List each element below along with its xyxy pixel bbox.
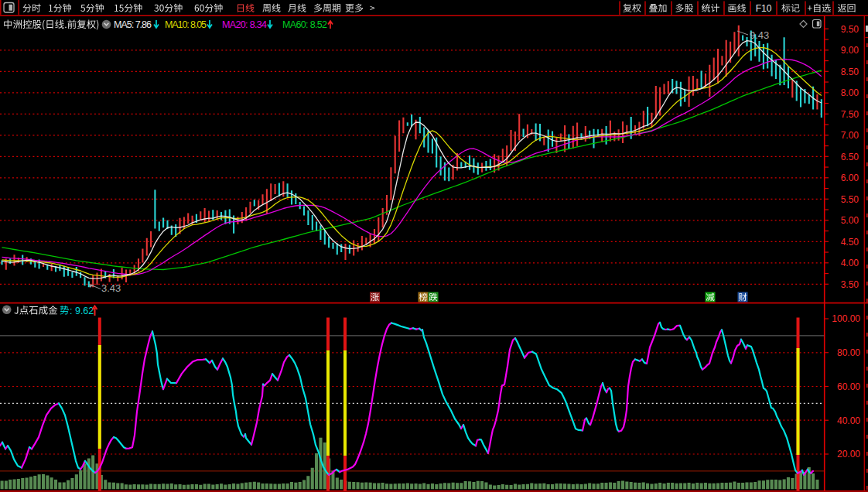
svg-text:9.43: 9.43	[750, 29, 769, 41]
svg-text:4.50: 4.50	[841, 237, 859, 248]
svg-text:7.50: 7.50	[841, 109, 859, 120]
svg-text:MA5: 7.86: MA5: 7.86	[114, 19, 152, 30]
svg-text:MA10: 8.05: MA10: 8.05	[165, 19, 207, 30]
svg-text:9.00: 9.00	[841, 45, 859, 56]
svg-text:5.00: 5.00	[841, 215, 859, 226]
svg-text:6.50: 6.50	[841, 152, 859, 162]
svg-text:9.50: 9.50	[841, 24, 859, 35]
svg-text:MA60: 8.52: MA60: 8.52	[282, 19, 327, 30]
svg-text:3.50: 3.50	[841, 279, 859, 290]
svg-text:20.00: 20.00	[837, 449, 860, 460]
svg-text:40.00: 40.00	[837, 415, 860, 426]
svg-text:: 9.62: : 9.62	[70, 306, 94, 316]
svg-text:8.00: 8.00	[841, 87, 859, 98]
svg-text:100.00: 100.00	[832, 313, 860, 324]
svg-text:7.00: 7.00	[841, 130, 859, 141]
svg-text:F10: F10	[756, 3, 772, 14]
svg-text:6.00: 6.00	[841, 173, 859, 183]
svg-text:80.00: 80.00	[837, 347, 860, 358]
svg-text:3.43: 3.43	[101, 282, 121, 294]
svg-text:4.00: 4.00	[841, 258, 859, 268]
svg-text:8.50: 8.50	[841, 67, 859, 77]
svg-text:MA20: 8.34: MA20: 8.34	[222, 19, 267, 30]
svg-text:60.00: 60.00	[837, 381, 860, 392]
svg-text:5.50: 5.50	[841, 194, 859, 205]
